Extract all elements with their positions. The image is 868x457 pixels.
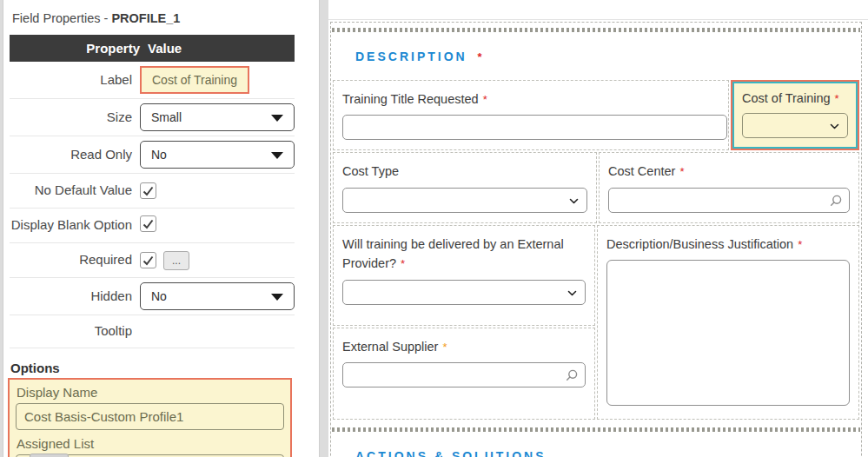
form-row-3-4: Will training be delivered by an Externa… — [332, 224, 860, 421]
required-asterisk: * — [483, 93, 487, 106]
chevron-down-icon — [567, 290, 577, 296]
chevron-down-icon — [569, 198, 579, 204]
cost-center-label: Cost Center* — [608, 162, 850, 181]
description-justification-cell[interactable]: Description/Business Justification* — [597, 225, 859, 420]
options-highlighted-box: Display Name Cost Basis-Custom Profile1 … — [8, 378, 292, 457]
display-name-input[interactable]: Cost Basis-Custom Profile1 — [16, 403, 284, 430]
options-heading: Options — [10, 361, 319, 375]
label-row-name: Label — [10, 70, 140, 90]
required-checkbox[interactable] — [140, 252, 156, 268]
panel-title-prefix: Field Properties - — [12, 11, 108, 25]
field-properties-panel: Field Properties - PROFILE_1 Property Va… — [3, 0, 320, 457]
label-value-highlighted[interactable]: Cost of Training — [140, 66, 249, 94]
table-row-no-default-value: No Default Value — [10, 174, 295, 209]
cost-center-cell[interactable]: Cost Center* — [599, 152, 859, 222]
required-more-button[interactable]: ... — [163, 251, 189, 270]
external-supplier-label: External Supplier* — [342, 337, 586, 356]
tooltip-row-name: Tooltip — [10, 321, 140, 341]
section-drag-handle[interactable] — [332, 28, 860, 32]
panel-title-field-name: PROFILE_1 — [111, 11, 180, 25]
display-blank-option-checkbox[interactable] — [140, 215, 156, 232]
external-supplier-input[interactable] — [342, 362, 586, 387]
right-column: Description/Business Justification* — [596, 224, 860, 421]
external-provider-label: Will training be delivered by an Externa… — [342, 235, 586, 274]
cost-type-cell[interactable]: Cost Type — [333, 152, 597, 222]
cost-of-training-annotation-border: Cost of Training* — [731, 80, 859, 150]
read-only-select[interactable]: No — [140, 141, 295, 169]
external-provider-cell[interactable]: Will training be delivered by an Externa… — [333, 225, 595, 326]
external-supplier-lookup — [342, 362, 586, 387]
property-table-header: Property Value — [10, 35, 295, 62]
description-fields-grid: Training Title Requested* Cost of Traini… — [332, 79, 860, 421]
description-justification-textarea[interactable] — [606, 260, 850, 406]
required-asterisk: * — [835, 92, 839, 105]
training-title-input[interactable] — [342, 115, 727, 140]
training-title-label-text: Training Title Requested — [342, 92, 479, 106]
required-asterisk: * — [798, 238, 802, 251]
caret-down-icon — [271, 152, 283, 159]
size-row-name: Size — [10, 108, 140, 128]
display-name-label: Display Name — [14, 381, 286, 402]
cost-center-label-text: Cost Center — [608, 164, 675, 178]
table-row-tooltip: Tooltip — [10, 315, 295, 348]
cost-center-lookup — [608, 188, 850, 213]
no-default-value-checkbox[interactable] — [140, 182, 156, 199]
size-select[interactable]: Small — [140, 103, 295, 131]
form-row-2: Cost Type Cost Center* — [332, 151, 860, 223]
form-row-1: Training Title Requested* Cost of Traini… — [332, 79, 860, 151]
search-icon[interactable] — [830, 195, 842, 207]
external-supplier-label-text: External Supplier — [342, 340, 438, 354]
property-table: Property Value Label Cost of Training Si… — [10, 35, 295, 348]
size-select-value: Small — [151, 110, 182, 124]
caret-down-icon — [271, 115, 283, 122]
required-asterisk-orange: * — [442, 341, 447, 354]
section-drag-handle[interactable] — [332, 427, 860, 432]
cut-off-button[interactable] — [30, 454, 69, 457]
search-icon[interactable] — [566, 369, 578, 381]
cost-of-training-label: Cost of Training* — [742, 89, 848, 108]
required-asterisk: * — [478, 50, 482, 63]
table-row-required: Required ... — [10, 243, 295, 278]
no-default-value-row-name: No Default Value — [10, 181, 140, 201]
left-column: Will training be delivered by an Externa… — [332, 224, 596, 421]
cost-center-input[interactable] — [608, 188, 850, 213]
panel-top-divider — [328, 19, 868, 20]
training-title-cell[interactable]: Training Title Requested* — [333, 80, 729, 150]
hidden-select[interactable]: No — [140, 282, 295, 310]
required-row-name: Required — [10, 250, 140, 270]
caret-down-icon — [271, 294, 283, 301]
table-row-display-blank-option: Display Blank Option — [10, 209, 295, 243]
panel-title: Field Properties - PROFILE_1 — [3, 0, 319, 35]
checkmark-icon — [142, 219, 154, 229]
actions-section-title: ACTIONS & SOLUTIONS — [355, 449, 547, 457]
actions-section-header: ACTIONS & SOLUTIONS — [355, 449, 861, 457]
description-justification-label: Description/Business Justification* — [606, 235, 850, 254]
cost-type-select[interactable] — [342, 188, 587, 213]
read-only-select-value: No — [151, 148, 167, 162]
form-canvas: DESCRIPTION * Training Title Requested* — [330, 22, 862, 457]
checkmark-icon — [142, 186, 154, 196]
cost-of-training-label-text: Cost of Training — [742, 91, 831, 105]
description-section-title: DESCRIPTION — [355, 50, 467, 63]
required-asterisk: * — [401, 257, 405, 270]
value-column-header: Value — [148, 41, 182, 56]
table-row-read-only: Read Only No — [10, 136, 295, 174]
app-window: Field Properties - PROFILE_1 Property Va… — [0, 0, 868, 457]
table-row-size: Size Small — [10, 99, 295, 136]
hidden-row-name: Hidden — [10, 287, 140, 307]
cost-type-label: Cost Type — [342, 162, 587, 181]
checkmark-icon — [142, 255, 154, 266]
cost-of-training-select[interactable] — [742, 113, 848, 138]
external-supplier-cell[interactable]: External Supplier* — [333, 328, 595, 420]
assigned-list-label: Assigned List — [14, 433, 286, 454]
required-asterisk: * — [679, 165, 684, 178]
training-title-label: Training Title Requested* — [342, 89, 719, 109]
display-blank-option-row-name: Display Blank Option — [10, 215, 140, 235]
description-justification-label-text: Description/Business Justification — [606, 237, 793, 251]
property-column-header: Property — [10, 41, 140, 56]
form-preview-panel: DESCRIPTION * Training Title Requested* — [328, 0, 868, 457]
external-provider-label-text: Will training be delivered by an Externa… — [342, 237, 564, 270]
cost-of-training-cell[interactable]: Cost of Training* — [732, 82, 858, 149]
description-section-header: DESCRIPTION * — [355, 50, 861, 63]
external-provider-select[interactable] — [342, 280, 586, 305]
